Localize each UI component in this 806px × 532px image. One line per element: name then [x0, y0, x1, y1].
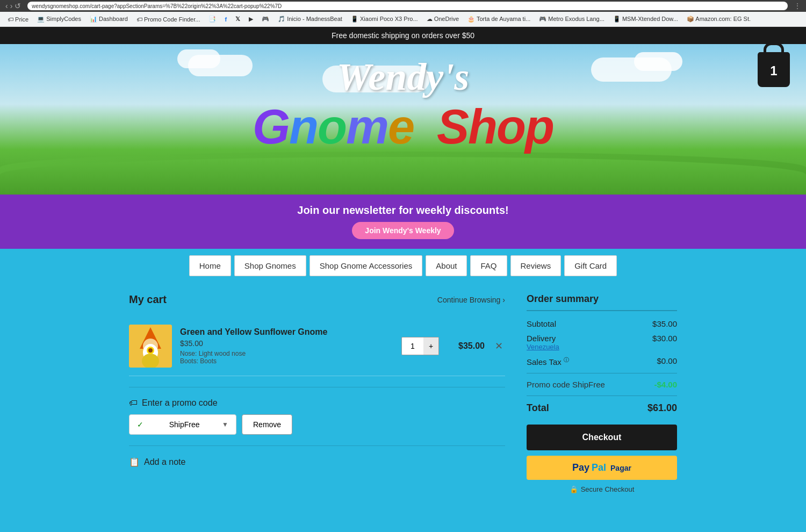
paypal-button[interactable]: Pay Pal Pagar: [527, 456, 677, 480]
sales-tax-note: ⓘ: [564, 357, 569, 363]
total-value: $61.00: [647, 402, 677, 414]
url-bar[interactable]: wendysgnomeshop.com/cart-page?appSection…: [27, 2, 788, 10]
delivery-top: Delivery $30.00: [527, 334, 677, 343]
bookmark-various1[interactable]: ▶: [246, 15, 256, 24]
promo-checkmark-icon: ✓: [137, 420, 143, 429]
hero-title: Wendy's Gnome Shop: [253, 55, 553, 155]
hero-section: 1 Wendy's Gnome Shop: [0, 44, 806, 195]
promo-header[interactable]: 🏷 Enter a promo code: [129, 398, 505, 408]
lock-icon: 🔒: [570, 485, 578, 493]
bookmark-msm[interactable]: 📱 MSM-Xtended Dow...: [610, 15, 681, 24]
subtotal-label: Subtotal: [527, 319, 556, 328]
remove-promo-button[interactable]: Remove: [242, 414, 292, 435]
main-content: My cart Continue Browsing ›: [0, 283, 806, 532]
bookmarks-bar: 🏷 Price 💻 SimplyCodes 📊 Dashboard 🏷 Prom…: [0, 12, 806, 27]
bookmark-onedrive[interactable]: ☁ OneDrive: [423, 15, 463, 24]
announcement-bar: Free domestic shipping on orders over $5…: [0, 27, 806, 44]
item-name: Green and Yellow Sunflower Gnome: [180, 327, 393, 337]
item-options-boots: Boots: Boots: [180, 357, 393, 365]
summary-promo-row: Promo code ShipFree -$4.00: [527, 380, 677, 389]
sales-tax-label: Sales Tax ⓘ: [527, 356, 569, 366]
green-hills: [0, 157, 806, 195]
bookmark-various2[interactable]: 🎮: [258, 15, 272, 24]
cart-bag[interactable]: 1: [758, 52, 790, 87]
nav-shop-accessories[interactable]: Shop Gnome Accessories: [310, 255, 423, 276]
bookmark-bookmarks-icon[interactable]: 📑: [205, 15, 219, 24]
cart-header: My cart Continue Browsing ›: [129, 293, 505, 306]
newsletter-button[interactable]: Join Wendy's Weekly: [352, 222, 454, 239]
promo-section: 🏷 Enter a promo code ✓ ShipFree ▼ Remove: [129, 387, 505, 446]
item-options-nose: Nose: Light wood nose: [180, 350, 393, 357]
sales-tax-value: $0.00: [657, 356, 677, 366]
quantity-input[interactable]: [402, 339, 423, 354]
subtotal-value: $35.00: [652, 319, 677, 328]
summary-tax-row: Sales Tax ⓘ $0.00: [527, 356, 677, 366]
promo-code-display[interactable]: ✓ ShipFree ▼: [129, 414, 236, 435]
cloud-right-small: [634, 52, 682, 71]
cart-title: My cart: [129, 293, 167, 306]
quantity-control[interactable]: +: [401, 337, 439, 355]
tag-icon: 🏷: [129, 398, 138, 408]
refresh-button[interactable]: ↺: [15, 2, 21, 10]
delivery-value: $30.00: [652, 334, 677, 343]
quantity-increase-button[interactable]: +: [423, 337, 438, 355]
summary-delivery-row: Delivery $30.00 Venezuela: [527, 334, 677, 351]
bookmark-twitter[interactable]: 𝕏: [232, 15, 243, 24]
note-label: Add a note: [144, 457, 185, 467]
gnome-o: o: [318, 100, 346, 154]
browser-actions: ⋮: [794, 2, 801, 10]
order-summary-title: Order summary: [527, 293, 677, 311]
order-summary: Order summary Subtotal $35.00 Delivery $…: [527, 293, 677, 530]
nav-reviews[interactable]: Reviews: [510, 255, 562, 276]
nav-home[interactable]: Home: [189, 255, 231, 276]
total-label: Total: [527, 402, 549, 414]
promo-code-label: Promo code ShipFree: [527, 380, 605, 389]
bookmark-facebook[interactable]: f: [221, 15, 230, 24]
bookmark-torta[interactable]: 🎂 Torta de Auyama ti...: [464, 15, 534, 24]
shop-text: Shop: [437, 100, 553, 154]
promo-label: Enter a promo code: [142, 398, 218, 408]
cart-icon-area[interactable]: 1: [758, 52, 790, 87]
announcement-text: Free domestic shipping on orders over $5…: [332, 31, 474, 40]
bookmark-amazon[interactable]: 📦 Amazon.com: EG St.: [683, 15, 754, 24]
secure-checkout-row: 🔒 Secure Checkout: [527, 485, 677, 493]
svg-point-6: [148, 348, 153, 353]
bookmark-madnessbeat[interactable]: 🎵 Inicio - MadnessBeat: [275, 15, 346, 24]
bookmark-price[interactable]: 🏷 Price: [4, 15, 32, 24]
note-section[interactable]: 📋 Add a note: [129, 446, 505, 478]
nav-about[interactable]: About: [426, 255, 467, 276]
continue-browsing-link[interactable]: Continue Browsing ›: [437, 296, 505, 304]
nav-gift-card[interactable]: Gift Card: [564, 255, 617, 276]
bookmark-dashboard[interactable]: 📊 Dashboard: [87, 15, 131, 24]
paypal-pay-text: Pay: [572, 462, 589, 473]
note-icon: 📋: [129, 457, 140, 467]
gnome-g: G: [253, 100, 289, 154]
browser-menu-icon[interactable]: ⋮: [794, 2, 801, 10]
secure-checkout-label: Secure Checkout: [581, 485, 635, 493]
summary-divider-2: [527, 396, 677, 396]
cart-count: 1: [770, 63, 777, 78]
forward-button[interactable]: ›: [10, 2, 13, 10]
checkout-button[interactable]: Checkout: [527, 425, 677, 450]
paypal-pagar-text: Pagar: [608, 464, 631, 472]
bookmark-promo[interactable]: 🏷 Promo Code Finder...: [133, 15, 204, 24]
item-image: [129, 325, 172, 368]
bookmark-simplycodes[interactable]: 💻 SimplyCodes: [34, 15, 84, 24]
promo-discount-value: -$4.00: [654, 380, 677, 389]
item-qty-price: + $35.00 ✕: [401, 337, 505, 355]
back-button[interactable]: ‹: [5, 2, 8, 10]
nav-bar: Home Shop Gnomes Shop Gnome Accessories …: [0, 249, 806, 283]
bookmark-xiaomi[interactable]: 📱 Xiaomi Poco X3 Pro...: [348, 15, 421, 24]
gnome-n: n: [289, 100, 318, 154]
gnome-shop-text: Gnome Shop: [253, 99, 553, 155]
browser-navigation[interactable]: ‹ › ↺: [5, 2, 21, 10]
gnome-e: e: [388, 100, 414, 154]
nav-shop-gnomes[interactable]: Shop Gnomes: [234, 255, 306, 276]
nav-faq[interactable]: FAQ: [470, 255, 507, 276]
bookmark-metro[interactable]: 🎮 Metro Exodus Lang...: [536, 15, 608, 24]
delivery-location-link[interactable]: Venezuela: [527, 343, 677, 351]
item-total-price: $35.00: [447, 341, 485, 351]
summary-divider: [527, 373, 677, 373]
remove-item-button[interactable]: ✕: [493, 338, 505, 354]
cart-item: Green and Yellow Sunflower Gnome $35.00 …: [129, 317, 505, 376]
